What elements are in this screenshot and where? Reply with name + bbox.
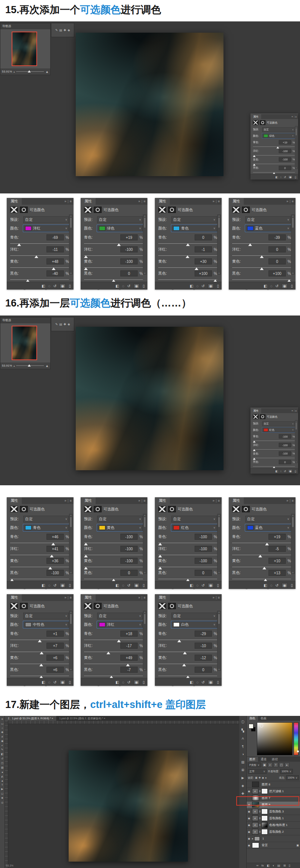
scroll-thumb[interactable] xyxy=(70,517,72,527)
reset-icon[interactable]: ↺ xyxy=(201,583,204,587)
visibility-eye-icon[interactable]: ◉ xyxy=(248,817,252,820)
clip-to-layer-icon[interactable]: ◧ xyxy=(275,175,278,178)
slider-handle[interactable] xyxy=(253,458,255,460)
adjustment-badge-icon[interactable] xyxy=(20,506,28,512)
delete-icon[interactable]: ▯ xyxy=(291,284,293,288)
previous-state-icon[interactable]: ◌ xyxy=(196,284,198,288)
clip-to-layer-icon[interactable]: ◧ xyxy=(116,284,119,288)
properties-tab[interactable]: 属性 xyxy=(229,198,244,205)
adjustment-thumb-icon[interactable]: ◐ xyxy=(252,788,258,794)
zoom-out-icon[interactable]: ▴ xyxy=(14,70,15,73)
color-dropdown[interactable]: 红色 ∨ xyxy=(171,524,217,531)
reset-icon[interactable]: ↺ xyxy=(127,284,130,288)
black-slider[interactable] xyxy=(158,676,217,676)
cyan-slider[interactable] xyxy=(232,243,291,244)
slider-handle[interactable] xyxy=(248,243,252,246)
filter-smart-icon[interactable]: ▸ xyxy=(285,762,290,767)
scroll-thumb[interactable] xyxy=(144,218,146,228)
yellow-slider[interactable] xyxy=(158,267,217,268)
layer-effects-icon[interactable]: fx xyxy=(261,864,264,867)
brush-tool-icon[interactable]: ✎ xyxy=(1,748,3,751)
scroll-down-icon[interactable]: ∨ xyxy=(292,571,294,574)
reset-icon[interactable]: ↺ xyxy=(53,284,56,288)
previous-state-icon[interactable]: ◌ xyxy=(196,583,198,587)
layer-mask-icon[interactable]: ◧ xyxy=(267,864,270,867)
cyan-slider[interactable] xyxy=(232,543,291,543)
preset-dropdown[interactable]: 自定 ∨ xyxy=(97,516,143,522)
black-slider[interactable] xyxy=(232,279,291,280)
eyedropper-tool-icon[interactable]: ◉ xyxy=(1,740,3,743)
cyan-value[interactable]: -29 xyxy=(195,631,212,637)
lasso-tool-icon[interactable]: ○ xyxy=(2,727,3,729)
clip-to-layer-icon[interactable]: ◧ xyxy=(275,469,278,472)
properties-tab[interactable]: 属性 xyxy=(155,198,170,205)
tab-paths[interactable]: 路径 xyxy=(269,757,280,762)
properties-tab[interactable]: 属性 xyxy=(155,497,170,504)
tab-color[interactable]: 颜色 xyxy=(247,716,258,721)
previous-state-icon[interactable]: ◌ xyxy=(270,583,272,587)
adjustment-layer-icon[interactable]: ◐ xyxy=(273,864,274,867)
scroll-down-icon[interactable]: ∨ xyxy=(296,461,297,462)
adjustment-thumb-icon[interactable]: ◐ xyxy=(252,829,258,835)
layer-thumbnail[interactable] xyxy=(252,842,259,848)
reset-icon[interactable]: ↺ xyxy=(201,680,204,684)
lock-pixels-icon[interactable]: ✚ xyxy=(259,776,261,779)
clip-to-layer-icon[interactable]: ◧ xyxy=(190,284,193,288)
magenta-value[interactable]: -17 xyxy=(120,643,138,649)
slider-handle[interactable] xyxy=(253,441,255,442)
scrollbar[interactable]: ∧ ∨ xyxy=(69,611,73,671)
visibility-eye-icon[interactable]: ◉ xyxy=(248,830,252,833)
scrollbar[interactable]: ∧ ∨ xyxy=(291,214,295,275)
marquee-tool-icon[interactable]: ▭ xyxy=(1,722,4,725)
clone-source-panel-icon[interactable]: ✚ xyxy=(64,323,66,326)
scrollbar[interactable]: ∧ ∨ xyxy=(143,611,147,671)
lock-all-icon[interactable]: ● xyxy=(265,776,267,779)
visibility-icon[interactable]: ◉ xyxy=(208,583,214,588)
visibility-eye-icon[interactable]: ◉ xyxy=(248,810,252,813)
cyan-value[interactable]: +1 xyxy=(46,631,64,637)
magenta-slider[interactable] xyxy=(84,652,143,652)
delete-icon[interactable]: ▯ xyxy=(69,680,71,684)
layer-thumbnail[interactable] xyxy=(252,782,259,787)
filter-adjustment-icon[interactable]: ◐ xyxy=(268,762,273,767)
adjustment-badge-icon[interactable] xyxy=(168,207,176,213)
slider-handle[interactable] xyxy=(52,267,56,270)
layer-mask-thumbnail[interactable] xyxy=(261,788,268,794)
scroll-thumb[interactable] xyxy=(144,614,146,624)
collapse-panel-icon[interactable]: » xyxy=(213,199,214,203)
yellow-slider[interactable] xyxy=(10,567,69,567)
delete-icon[interactable]: ▯ xyxy=(69,583,71,587)
magenta-value[interactable]: +41 xyxy=(46,546,64,552)
navigator-zoom-value[interactable]: 53.91% xyxy=(2,364,12,367)
clone-source-panel-icon[interactable]: ⊞ xyxy=(242,768,244,772)
scroll-down-icon[interactable]: ∨ xyxy=(70,571,72,574)
preset-dropdown[interactable]: 自定 ∨ xyxy=(23,216,69,223)
collapse-panel-icon[interactable]: » xyxy=(64,499,66,503)
color-dropdown[interactable]: 红色 ∨ xyxy=(262,427,295,432)
delete-icon[interactable]: ▯ xyxy=(295,175,296,178)
mask-target-icon[interactable] xyxy=(158,603,166,609)
shape-tool-icon[interactable]: ◻ xyxy=(1,792,3,795)
cyan-value[interactable]: +19 xyxy=(120,234,138,240)
yellow-slider[interactable] xyxy=(253,164,295,164)
delete-icon[interactable]: ▯ xyxy=(217,680,219,684)
adjustment-badge-icon[interactable] xyxy=(260,414,266,419)
layer-row[interactable]: ◉ ▸ ◐ 8 照片滤镜 1 ▣ xyxy=(247,788,300,795)
yellow-value[interactable]: +10 xyxy=(268,558,286,564)
layer-name[interactable]: 图层 8 xyxy=(262,782,270,786)
mask-target-icon[interactable] xyxy=(253,120,258,125)
layer-name[interactable]: 色相/饱和度 1 xyxy=(269,823,288,827)
actions-panel-icon[interactable]: ◈ xyxy=(242,784,244,788)
preset-dropdown[interactable]: 自定 ∨ xyxy=(97,613,143,619)
cyan-value[interactable]: 0 xyxy=(195,234,212,240)
delete-icon[interactable]: ▯ xyxy=(142,284,145,288)
move-tool-icon[interactable]: ✛ xyxy=(1,718,3,721)
mask-target-icon[interactable] xyxy=(84,506,92,512)
layer-thumbnail[interactable] xyxy=(254,836,260,841)
adjustment-thumb-icon[interactable]: ◐ xyxy=(252,822,258,828)
yellow-value[interactable]: -100 xyxy=(120,258,138,264)
visibility-icon[interactable]: ◉ xyxy=(208,680,214,685)
black-value[interactable]: -100 xyxy=(46,570,64,576)
yellow-value[interactable]: +49 xyxy=(120,655,138,661)
adjustment-thumb-icon[interactable]: ◐ xyxy=(252,809,258,814)
